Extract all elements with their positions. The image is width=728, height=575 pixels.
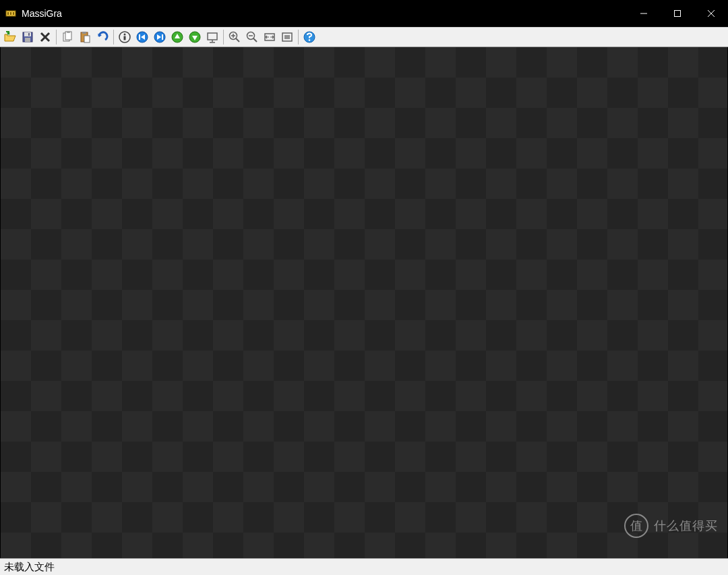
info-button[interactable] — [117, 29, 133, 45]
toolbar-separator — [56, 30, 57, 44]
delete-button[interactable] — [37, 29, 53, 45]
svg-line-37 — [253, 38, 257, 42]
svg-rect-29 — [208, 33, 217, 40]
svg-rect-22 — [124, 36, 126, 40]
undo-button[interactable] — [94, 29, 111, 45]
svg-rect-11 — [28, 33, 30, 36]
next-button[interactable] — [187, 29, 203, 45]
toolbar-separator — [113, 30, 114, 44]
svg-point-43 — [309, 39, 311, 41]
toolbar-separator — [223, 30, 224, 44]
prev-button[interactable] — [169, 29, 185, 45]
fit-width-button[interactable] — [262, 29, 278, 45]
open-button[interactable] — [2, 29, 18, 45]
svg-rect-26 — [162, 34, 163, 40]
window-title: MassiGra — [22, 8, 62, 19]
svg-rect-1 — [7, 12, 9, 15]
svg-rect-9 — [24, 32, 31, 36]
svg-rect-16 — [67, 31, 70, 33]
svg-rect-5 — [675, 11, 681, 17]
svg-line-33 — [236, 38, 239, 42]
slideshow-button[interactable] — [204, 29, 220, 45]
minimize-button[interactable] — [627, 0, 661, 27]
first-button[interactable] — [134, 29, 150, 45]
svg-rect-10 — [25, 38, 30, 42]
watermark-text: 什么值得买 — [654, 518, 718, 534]
app-icon — [5, 8, 16, 19]
svg-rect-24 — [139, 34, 140, 40]
fit-window-button[interactable] — [279, 29, 295, 45]
copy-button[interactable] — [59, 29, 75, 45]
help-button[interactable] — [301, 29, 317, 45]
maximize-button[interactable] — [661, 0, 694, 27]
last-button[interactable] — [152, 29, 168, 45]
paste-button[interactable] — [77, 29, 93, 45]
svg-point-21 — [124, 34, 126, 36]
watermark-badge-icon: 值 — [624, 514, 648, 538]
toolbar — [0, 27, 728, 47]
svg-rect-3 — [13, 12, 14, 15]
statusbar: 未载入文件 — [0, 558, 728, 575]
toolbar-separator — [298, 30, 299, 44]
zoom-out-button[interactable] — [244, 29, 260, 45]
svg-rect-2 — [10, 12, 11, 15]
svg-rect-19 — [84, 36, 90, 42]
svg-rect-18 — [82, 32, 86, 34]
status-message: 未载入文件 — [4, 561, 55, 574]
save-button[interactable] — [20, 29, 36, 45]
image-viewport[interactable]: 值 什么值得买 — [0, 47, 728, 558]
zoom-in-button[interactable] — [226, 29, 243, 45]
svg-rect-41 — [284, 35, 290, 39]
titlebar: MassiGra — [0, 0, 728, 27]
watermark: 值 什么值得买 — [624, 514, 718, 538]
close-button[interactable] — [694, 0, 728, 27]
